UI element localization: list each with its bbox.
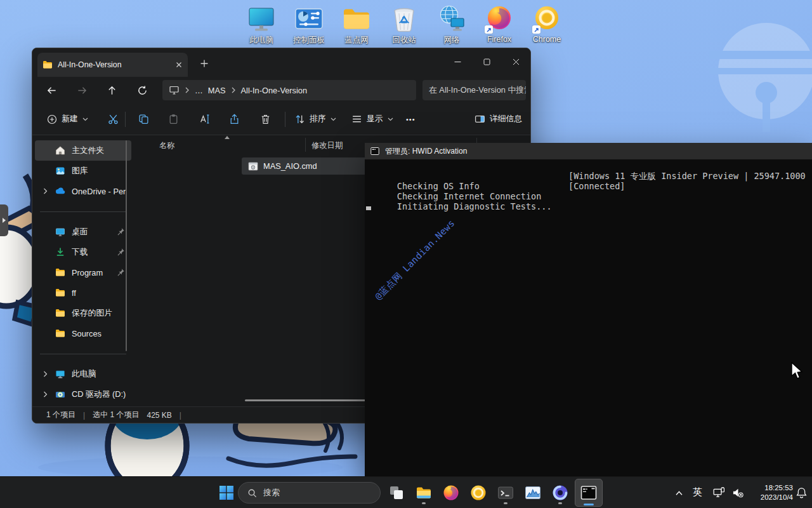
sidebar-item-this-pc[interactable]: 此电脑 [35,364,131,384]
maximize-button[interactable] [472,48,501,75]
sort-button[interactable]: 排序 [289,104,342,135]
tray-overflow-button[interactable] [670,480,688,505]
command-prompt-button[interactable] [575,479,603,507]
up-button[interactable] [101,79,122,101]
details-pane-button[interactable]: 详细信息 [469,104,528,135]
sidebar-item-downloads[interactable]: 下载 [35,242,131,262]
more-button[interactable]: ••• [400,104,421,135]
delete-button[interactable] [254,104,277,135]
command-prompt-icon [580,485,597,501]
paste-button[interactable] [162,104,185,135]
forward-button[interactable] [71,79,93,101]
search-icon [247,488,257,498]
desktop-icon-recycle-bin[interactable]: 回收站 [382,4,426,46]
refresh-button[interactable] [131,79,153,101]
sidebar-item-home[interactable]: 主文件夹 [35,140,131,161]
breadcrumb-item-current[interactable]: All-In-One-Version [241,86,308,95]
desktop-icon-chrome[interactable]: Chrome [525,4,569,46]
desktop-icon-landian-folder[interactable]: 蓝点网 [334,4,379,46]
cmd-output[interactable]: Checking OS Info[Windows 11 专业版 Insider … [365,159,812,476]
item-count: 1 个项目 [46,410,75,420]
this-pc-breadcrumb-icon [169,85,180,95]
browser-app-button[interactable] [547,480,573,505]
file-explorer-button[interactable] [411,480,436,505]
chevron-expand-icon[interactable] [41,188,49,194]
sidebar-item-desktop[interactable]: 桌面 [35,222,131,242]
taskbar-search-box[interactable]: 搜索 [238,482,381,504]
sidebar-flyout-handle[interactable] [0,204,8,236]
chevron-expand-icon[interactable] [41,391,49,398]
sort-ascending-icon [225,136,230,139]
chevron-expand-icon[interactable] [41,371,49,377]
firefox-button[interactable] [438,480,464,505]
tab-close-icon[interactable] [175,61,183,69]
share-button[interactable] [223,104,246,135]
running-indicator [504,502,508,504]
sidebar-item-sources[interactable]: Sources [35,323,131,344]
tab-title: All-In-One-Version [58,60,170,69]
sidebar-item-program[interactable]: Program [35,262,131,283]
desktop-folder-icon [55,227,65,237]
windows-terminal-button[interactable] [493,480,518,505]
desktop-icon-label: 控制面板 [293,35,325,46]
firefox-icon [484,4,514,34]
task-view-button[interactable] [384,480,409,505]
cut-icon [108,114,119,124]
minimize-button[interactable] [443,48,472,75]
sidebar-item-ff[interactable]: ff [35,283,131,303]
sidebar-item-label: Sources [72,329,131,338]
desktop-icon-firefox[interactable]: Firefox [477,4,521,46]
address-bar[interactable]: … MAS All-In-One-Version [162,80,416,100]
column-header-date[interactable]: 修改日期 [311,140,343,151]
ime-indicator[interactable]: 英 [693,486,702,498]
monitoring-app-button[interactable] [520,480,546,505]
cmd-title-bar[interactable]: 管理员: HWID Activation [365,143,812,159]
new-button[interactable]: 新建 [41,104,94,135]
ethernet-network-icon [713,487,725,498]
control-panel-icon [294,4,324,34]
network-tray-button[interactable] [709,480,728,505]
sidebar-scrollbar[interactable] [126,140,127,351]
view-button[interactable]: 显示 [346,104,399,135]
new-tab-icon[interactable] [200,59,209,68]
search-placeholder: 在 All-In-One-Version 中搜索 [429,85,526,96]
more-ellipsis-icon: ••• [406,116,416,123]
start-button[interactable] [214,480,239,505]
clock[interactable]: 18:25:53 2023/10/4 [746,483,793,502]
windows-logo-icon [219,485,234,500]
cmd-file-icon [248,161,258,171]
chrome-canary-button[interactable] [466,480,491,505]
sidebar-item-label: 桌面 [72,227,116,237]
desktop-icon-control-panel[interactable]: 控制面板 [287,4,331,46]
running-indicator [422,502,426,504]
sort-label: 排序 [310,114,326,124]
breadcrumb-ellipsis[interactable]: … [195,86,203,95]
copy-button[interactable] [133,104,155,135]
explorer-tab[interactable]: All-In-One-Version [37,53,188,77]
chrome-canary-icon [470,485,487,501]
desktop-icon-label: 回收站 [392,35,416,46]
selection-size: 425 KB [147,411,171,420]
breadcrumb-item[interactable]: MAS [208,86,226,95]
sidebar-item-label: 保存的图片 [72,308,131,319]
volume-muted-button[interactable] [728,480,747,505]
rename-button[interactable] [193,104,216,135]
sidebar-item-onedrive[interactable]: OneDrive - Per [35,181,131,201]
chrome-icon [532,4,562,34]
column-header-name[interactable]: 名称 [159,140,175,151]
sidebar-item-saved-pictures[interactable]: 保存的图片 [35,303,131,323]
view-icon [351,114,362,124]
sidebar-item-gallery[interactable]: 图库 [35,161,131,181]
desktop-icon-network[interactable]: 网络 [429,4,474,46]
back-button[interactable] [41,79,62,101]
column-divider[interactable] [305,138,306,152]
close-button[interactable] [501,48,530,75]
details-label: 详细信息 [490,114,522,124]
notification-bell-button[interactable] [792,480,811,505]
sidebar-item-cd-drive[interactable]: CD 驱动器 (D:) [35,384,131,404]
explorer-search-box[interactable]: 在 All-In-One-Version 中搜索 [422,80,526,100]
pin-icon [116,268,125,277]
chevron-down-icon [331,117,336,121]
desktop-icon-this-pc[interactable]: 此电脑 [239,4,284,46]
cut-button[interactable] [102,104,124,135]
